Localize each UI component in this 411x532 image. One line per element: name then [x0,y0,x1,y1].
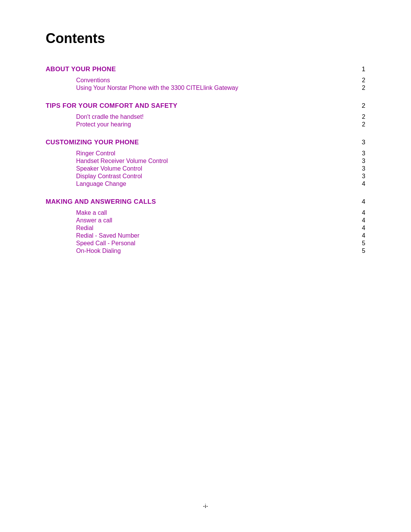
section-header-making-answering-calls: MAKING AND ANSWERING CALLS4 [46,198,365,206]
toc-item: Make a call4 [76,209,365,216]
page: Contents ABOUT YOUR PHONE1Conventions2Us… [0,0,411,532]
item-page: 5 [354,248,365,254]
section-header-tips-comfort-safety: TIPS FOR YOUR COMFORT AND SAFETY2 [46,102,365,110]
section-title-making-answering-calls: MAKING AND ANSWERING CALLS [46,198,156,206]
toc-item: Protect your hearing2 [76,121,365,128]
toc-items-customizing-your-phone: Ringer Control3Handset Receiver Volume C… [76,150,365,187]
item-label: Answer a call [76,217,112,224]
toc-items-tips-comfort-safety: Don't cradle the handset!2Protect your h… [76,113,365,128]
toc-item: Display Contrast Control3 [76,173,365,180]
toc-item: Handset Receiver Volume Control3 [76,158,365,165]
toc-item: Speed Call - Personal5 [76,240,365,247]
item-page: 3 [354,158,365,165]
toc-item: On-Hook Dialing5 [76,248,365,254]
item-label: Make a call [76,209,107,216]
item-label: Protect your hearing [76,121,131,128]
item-label: Speed Call - Personal [76,240,135,247]
item-label: Ringer Control [76,150,115,157]
section-header-about-your-phone: ABOUT YOUR PHONE1 [46,66,365,73]
toc-items-making-answering-calls: Make a call4Answer a call4Redial4Redial … [76,209,365,254]
item-page: 2 [354,77,365,84]
page-title: Contents [46,30,365,46]
section-header-customizing-your-phone: CUSTOMIZING YOUR PHONE3 [46,139,365,146]
toc-item: Ringer Control3 [76,150,365,157]
toc-item: Conventions2 [76,77,365,84]
toc-items-about-your-phone: Conventions2Using Your Norstar Phone wit… [76,77,365,91]
item-page: 2 [354,113,365,120]
item-page: 5 [354,240,365,247]
item-label: Display Contrast Control [76,173,142,180]
item-label: Using Your Norstar Phone with the 3300 C… [76,85,238,91]
item-label: Redial [76,225,93,232]
item-page: 4 [354,217,365,224]
section-page-tips-comfort-safety: 2 [354,102,365,110]
item-label: Handset Receiver Volume Control [76,158,168,165]
section-page-making-answering-calls: 4 [354,198,365,206]
item-page: 3 [354,165,365,172]
item-page: 3 [354,173,365,180]
toc-item: Redial4 [76,225,365,232]
toc-item: Don't cradle the handset!2 [76,113,365,120]
toc-container: ABOUT YOUR PHONE1Conventions2Using Your … [46,66,365,254]
toc-section-customizing-your-phone: CUSTOMIZING YOUR PHONE3Ringer Control3Ha… [46,139,365,187]
item-page: 2 [354,121,365,128]
item-page: 4 [354,232,365,239]
toc-item: Language Change4 [76,181,365,187]
toc-item: Speaker Volume Control3 [76,165,365,172]
item-label: Language Change [76,181,126,187]
item-label: Redial - Saved Number [76,232,139,239]
toc-section-tips-comfort-safety: TIPS FOR YOUR COMFORT AND SAFETY2Don't c… [46,102,365,128]
toc-item: Answer a call4 [76,217,365,224]
section-page-about-your-phone: 1 [354,66,365,73]
toc-section-about-your-phone: ABOUT YOUR PHONE1Conventions2Using Your … [46,66,365,91]
toc-item: Using Your Norstar Phone with the 3300 C… [76,85,365,91]
item-label: Don't cradle the handset! [76,113,143,120]
section-title-about-your-phone: ABOUT YOUR PHONE [46,66,116,73]
section-page-customizing-your-phone: 3 [354,139,365,146]
item-label: On-Hook Dialing [76,248,121,254]
page-footer: -i- [0,503,411,509]
item-label: Speaker Volume Control [76,165,142,172]
section-title-tips-comfort-safety: TIPS FOR YOUR COMFORT AND SAFETY [46,102,177,110]
item-page: 4 [354,209,365,216]
item-page: 4 [354,225,365,232]
item-page: 4 [354,181,365,187]
item-label: Conventions [76,77,110,84]
section-title-customizing-your-phone: CUSTOMIZING YOUR PHONE [46,139,139,146]
toc-section-making-answering-calls: MAKING AND ANSWERING CALLS4Make a call4A… [46,198,365,254]
toc-item: Redial - Saved Number4 [76,232,365,239]
item-page: 2 [354,85,365,91]
item-page: 3 [354,150,365,157]
